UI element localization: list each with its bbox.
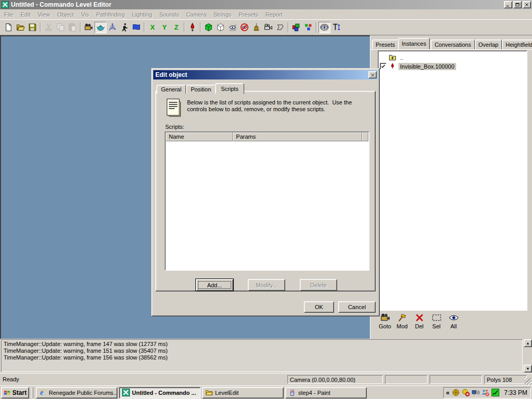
axis-y-icon[interactable]: Y <box>158 22 170 33</box>
camera-view-icon[interactable] <box>262 22 274 33</box>
system-tray: « 7:33 PM <box>443 387 531 398</box>
tray-network-icon[interactable] <box>491 389 499 396</box>
output-log-text[interactable]: TimeManager::Update: warning, frame 147 … <box>1 339 523 372</box>
dialog-close-icon[interactable] <box>368 71 377 78</box>
toggle-visibility-icon[interactable] <box>318 22 330 33</box>
instance-checkbox[interactable] <box>380 63 387 70</box>
tray-volume-icon[interactable] <box>472 389 480 396</box>
solid-view-icon[interactable] <box>203 22 215 33</box>
scroll-up-icon[interactable]: ▲ <box>524 339 532 347</box>
column-name[interactable]: Name <box>166 132 233 141</box>
save-file-icon[interactable] <box>26 22 38 33</box>
show-backfaces-icon[interactable] <box>227 22 238 33</box>
resize-grip[interactable] <box>525 378 531 385</box>
tray-users-icon[interactable] <box>482 389 489 396</box>
camera-mode-icon[interactable] <box>83 22 95 33</box>
scroll-down-icon[interactable]: ▼ <box>524 365 532 373</box>
menu-strings[interactable]: Strings <box>210 10 235 19</box>
axis-x-icon[interactable]: X <box>147 22 158 33</box>
dialog-titlebar[interactable]: Edit object <box>153 70 378 79</box>
maximize-button-icon[interactable] <box>513 1 522 8</box>
tab-instances[interactable]: Instances <box>398 38 430 49</box>
task-step4-paint[interactable]: step4 - Paint <box>285 387 367 398</box>
tree-row[interactable]: .. <box>380 53 525 62</box>
tree-row[interactable]: Invisible_Box.100000 <box>380 62 525 71</box>
log-line: TimeManager::Update: warning, frame 147 … <box>4 341 520 348</box>
action-mod[interactable]: Mod <box>393 313 411 329</box>
task-renegade-public-forums-[interactable]: eRenegade Public Forums... <box>36 387 117 398</box>
eye-all-icon <box>449 313 459 323</box>
tab-heightfield[interactable]: Heightfield <box>502 39 532 49</box>
task-label: step4 - Paint <box>298 390 330 396</box>
menu-presets[interactable]: Presets <box>235 10 262 19</box>
instances-tree-body[interactable]: ..Invisible_Box.100000 <box>379 51 526 310</box>
tray-globe-icon[interactable] <box>452 389 460 396</box>
menu-report[interactable]: Report <box>262 10 286 19</box>
log-scrollbar[interactable]: ▲ ▼ <box>524 339 532 373</box>
minimize-button-icon[interactable] <box>504 1 512 8</box>
light-view-icon[interactable] <box>250 22 262 33</box>
new-document-icon[interactable] <box>3 22 15 33</box>
action-label: Goto <box>379 323 391 329</box>
action-del[interactable]: Del <box>410 313 428 329</box>
sel-rect-icon <box>432 313 442 323</box>
status-pane-3 <box>385 375 428 384</box>
scripts-note-icon <box>166 98 181 117</box>
menu-edit[interactable]: Edit <box>17 10 34 19</box>
menu-sounds[interactable]: Sounds <box>156 10 182 19</box>
ungroup-objects-icon[interactable] <box>302 22 314 33</box>
task-label: Renegade Public Forums... <box>49 390 117 396</box>
menu-lighting[interactable]: Lighting <box>128 10 156 19</box>
close-button-icon[interactable] <box>523 1 531 8</box>
open-file-icon[interactable] <box>15 22 26 33</box>
scripts-list-body[interactable] <box>166 141 368 270</box>
axis-z-icon[interactable]: Z <box>170 22 182 33</box>
dialog-tab-scripts[interactable]: Scripts <box>215 83 244 94</box>
tab-presets[interactable]: Presets <box>372 39 398 49</box>
camera-mode-icon <box>380 313 390 323</box>
menu-bar: FileEditViewObjectVisPathfindingLighting… <box>0 9 532 19</box>
column-params[interactable]: Params <box>233 132 362 141</box>
tree-item-label[interactable]: .. <box>398 54 405 61</box>
hide-selection-icon[interactable] <box>238 22 250 33</box>
add-button[interactable]: Add... <box>196 279 233 291</box>
quick-launch-divider[interactable] <box>32 388 33 398</box>
waypath-mode-icon[interactable] <box>130 22 142 33</box>
menu-file[interactable]: File <box>1 10 17 19</box>
toggle-text-icon[interactable] <box>330 22 342 33</box>
menu-view[interactable]: View <box>34 10 54 19</box>
walk-mode-icon[interactable] <box>118 22 130 33</box>
task-untitled-commando-[interactable]: Untitled - Commando ... <box>119 387 201 398</box>
menu-camera[interactable]: Camera <box>182 10 210 19</box>
render-mode-icon[interactable] <box>95 22 107 33</box>
menu-object[interactable]: Object <box>54 10 77 19</box>
vis-sector-icon[interactable] <box>274 22 286 33</box>
window-title: Untitled - Commando Level Editor <box>11 1 504 8</box>
tree-item-label[interactable]: Invisible_Box.100000 <box>398 63 456 70</box>
start-button[interactable]: Start <box>1 387 29 398</box>
window-titlebar[interactable]: Untitled - Commando Level Editor <box>0 0 532 9</box>
task-buttons: eRenegade Public Forums...Untitled - Com… <box>36 387 368 398</box>
action-sel[interactable]: Sel <box>428 313 445 329</box>
log-line: TimeManager::Update: warning, frame 156 … <box>4 354 520 361</box>
tray-warning-icon[interactable] <box>462 389 470 396</box>
action-all[interactable]: All <box>445 313 462 329</box>
tray-chevron-icon[interactable]: « <box>446 389 450 396</box>
orbit-mode-icon[interactable] <box>107 22 118 33</box>
task-leveledit[interactable]: LevelEdit <box>202 387 284 398</box>
group-objects-icon[interactable] <box>290 22 302 33</box>
tab-overlap[interactable]: Overlap <box>475 39 502 49</box>
log-line: TimeManager::Update: warning, frame 151 … <box>4 348 520 354</box>
menu-vis[interactable]: Vis <box>77 10 92 19</box>
task-label: Untitled - Commando ... <box>132 390 196 396</box>
menu-pathfinding[interactable]: Pathfinding <box>92 10 128 19</box>
taskbar: Start eRenegade Public Forums...Untitled… <box>0 385 532 399</box>
tab-conversations[interactable]: Conversations <box>431 39 474 49</box>
dialog-tab-position[interactable]: Position <box>186 85 216 94</box>
wireframe-view-icon[interactable] <box>215 22 227 33</box>
ok-button[interactable]: OK <box>304 301 334 313</box>
drop-to-ground-icon[interactable] <box>187 22 198 33</box>
cancel-button[interactable]: Cancel <box>338 301 376 313</box>
dialog-tab-general[interactable]: General <box>156 85 186 94</box>
action-label: Mod <box>396 323 407 329</box>
